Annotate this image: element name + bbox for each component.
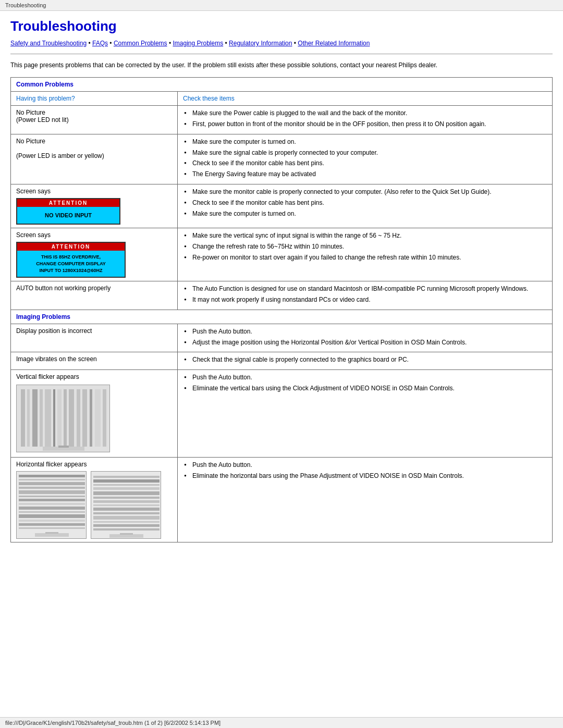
common-problems-col-headers: Having this problem? Check these items <box>11 92 553 106</box>
check-cell-9: Push the Auto button. Eliminate the hori… <box>178 458 553 542</box>
svg-rect-20 <box>19 482 85 485</box>
table-row: Display position is incorrect Push the A… <box>11 324 553 352</box>
list-item: Re-power on monitor to start over again … <box>183 253 547 262</box>
svg-rect-48 <box>93 528 160 530</box>
problem-cell-6: Display position is incorrect <box>11 324 178 352</box>
imaging-problems-header-row: Imaging Problems <box>11 310 553 324</box>
svg-rect-19 <box>19 479 85 480</box>
common-problems-header-row: Common Problems <box>11 78 553 92</box>
svg-rect-2 <box>27 389 30 447</box>
table-row: Image vibrates on the screen Check that … <box>11 352 553 370</box>
common-problems-label: Common Problems <box>16 81 74 88</box>
svg-rect-30 <box>19 523 85 526</box>
list-item: Make sure the signal cable is properly c… <box>183 149 547 157</box>
attention-header-1: ATTENTION <box>17 199 119 207</box>
svg-rect-24 <box>19 499 85 501</box>
list-item: Make sure the monitor cable is properly … <box>183 188 547 196</box>
table-row: Screen says ATTENTION NO VIDEO INPUT Mak… <box>11 184 553 228</box>
horizontal-flicker-images <box>16 471 172 539</box>
svg-rect-12 <box>90 389 92 447</box>
tab-title: Troubleshooting <box>5 2 46 8</box>
svg-rect-21 <box>19 487 85 489</box>
svg-rect-23 <box>19 496 85 497</box>
check-cell-4: Make sure the vertical sync of input sig… <box>178 228 553 281</box>
problem-cell-3: Screen says ATTENTION NO VIDEO INPUT <box>11 184 178 228</box>
list-item: Make sure the vertical sync of input sig… <box>183 231 547 240</box>
table-row: Screen says ATTENTION THIS IS 85HZ OVERD… <box>11 228 553 281</box>
intro-text: This page presents problems that can be … <box>10 60 553 70</box>
svg-rect-4 <box>40 389 43 447</box>
problem-cell-4: Screen says ATTENTION THIS IS 85HZ OVERD… <box>11 228 178 281</box>
list-item: The Auto Function is designed for use on… <box>183 285 547 293</box>
list-item: Adjust the image position using the Hori… <box>183 338 547 347</box>
svg-rect-47 <box>93 524 160 527</box>
svg-rect-16 <box>58 446 69 448</box>
svg-rect-26 <box>19 507 85 510</box>
svg-rect-14 <box>103 389 106 447</box>
check-cell-7: Check that the signal cable is properly … <box>178 352 553 370</box>
svg-rect-6 <box>53 389 55 447</box>
svg-rect-10 <box>77 389 80 447</box>
problem-cell-7: Image vibrates on the screen <box>11 352 178 370</box>
list-item: Check that the signal cable is properly … <box>183 355 547 364</box>
table-row: Horizontal flicker appears <box>11 458 553 542</box>
list-item: Push the Auto button. <box>183 461 547 470</box>
list-item: It may not work properly if using nonsta… <box>183 295 547 304</box>
problem-cell-8: Vertical flicker appears <box>11 370 178 458</box>
browser-tab: Troubleshooting <box>0 0 563 11</box>
svg-rect-18 <box>19 475 85 477</box>
list-item: Check to see if the monitor cable has be… <box>183 199 547 207</box>
svg-rect-37 <box>93 484 160 486</box>
svg-rect-42 <box>93 504 160 506</box>
page-content: Troubleshooting Safety and Troubleshooti… <box>0 11 563 558</box>
svg-rect-5 <box>45 389 51 447</box>
list-item: The Energy Saving feature may be activat… <box>183 170 547 179</box>
attention-box-2: ATTENTION THIS IS 85HZ OVERDRIVE,CHANGE … <box>16 242 126 278</box>
svg-rect-35 <box>93 476 160 478</box>
svg-rect-27 <box>19 511 85 513</box>
vertical-flicker-image <box>16 385 172 454</box>
problem-cell-5: AUTO button not working properly <box>11 281 178 310</box>
svg-rect-9 <box>69 389 74 447</box>
list-item: Push the Auto button. <box>183 373 547 382</box>
svg-rect-36 <box>93 479 160 483</box>
svg-rect-46 <box>93 521 160 523</box>
breadcrumb-link-safety[interactable]: Safety and Troubleshooting <box>10 40 87 47</box>
table-row: No Picture(Power LED not lit) Make sure … <box>11 106 553 134</box>
svg-rect-3 <box>32 389 38 447</box>
attention-body-1: NO VIDEO INPUT <box>17 207 119 224</box>
svg-rect-38 <box>93 487 160 490</box>
check-cell-6: Push the Auto button. Adjust the image p… <box>178 324 553 352</box>
svg-rect-1 <box>21 389 25 447</box>
attention-body-2: THIS IS 85HZ OVERDRIVE,CHANGE COMPUTER D… <box>17 251 125 277</box>
breadcrumb-link-faqs[interactable]: FAQs <box>92 40 108 47</box>
svg-rect-7 <box>57 389 62 447</box>
svg-rect-11 <box>82 389 87 447</box>
list-item: Change the refresh rate to 56~75Hz withi… <box>183 242 547 251</box>
problem-cell-9: Horizontal flicker appears <box>11 458 178 542</box>
breadcrumb-link-common[interactable]: Common Problems <box>114 40 167 47</box>
main-table: Common Problems Having this problem? Che… <box>10 77 553 542</box>
svg-rect-50 <box>120 533 133 535</box>
list-item: First, power button in front of the moni… <box>183 120 547 129</box>
svg-rect-41 <box>93 500 160 503</box>
list-item: Push the Auto button. <box>183 327 547 336</box>
svg-rect-8 <box>64 389 67 447</box>
breadcrumb-link-imaging[interactable]: Imaging Problems <box>173 40 223 47</box>
svg-rect-13 <box>95 389 101 447</box>
problem-cell-2: No Picture(Power LED is amber or yellow) <box>11 134 178 184</box>
table-row: No Picture(Power LED is amber or yellow)… <box>11 134 553 184</box>
page-title: Troubleshooting <box>10 18 553 34</box>
check-cell-5: The Auto Function is designed for use on… <box>178 281 553 310</box>
problem-cell-1: No Picture(Power LED not lit) <box>11 106 178 134</box>
table-row: AUTO button not working properly The Aut… <box>11 281 553 310</box>
list-item: Make sure the computer is turned on. <box>183 209 547 218</box>
list-item: Eliminate the vertical bars using the Cl… <box>183 384 547 393</box>
breadcrumb-link-other[interactable]: Other Related Information <box>298 40 370 47</box>
imaging-problems-header: Imaging Problems <box>11 310 553 324</box>
breadcrumb-link-regulatory[interactable]: Regulatory Information <box>229 40 292 47</box>
svg-rect-44 <box>93 512 160 514</box>
svg-rect-39 <box>93 491 160 495</box>
svg-rect-25 <box>19 503 85 505</box>
col-header-check: Check these items <box>178 92 553 106</box>
